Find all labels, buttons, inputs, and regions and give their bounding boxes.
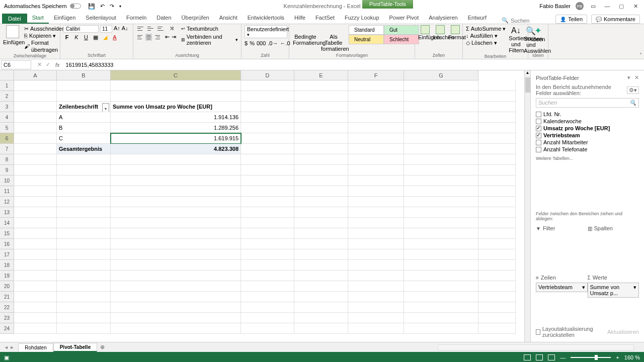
- tell-me-search[interactable]: 🔍 Suchen: [502, 17, 529, 24]
- zoom-out-icon[interactable]: —: [560, 354, 566, 360]
- cell-A12[interactable]: [14, 197, 57, 207]
- align-center[interactable]: [145, 34, 152, 41]
- row-header-21[interactable]: 21: [0, 292, 14, 302]
- align-right[interactable]: [154, 34, 161, 41]
- cell-C10[interactable]: [111, 175, 241, 186]
- cell-B11[interactable]: [57, 186, 111, 197]
- cell-B24[interactable]: [57, 323, 111, 334]
- cell-G19[interactable]: [404, 270, 478, 281]
- cell-D14[interactable]: [241, 218, 294, 228]
- cell-D6[interactable]: [241, 133, 294, 144]
- increase-font-icon[interactable]: A↑: [114, 25, 120, 33]
- align-top[interactable]: [136, 25, 144, 32]
- cell-B5[interactable]: B: [57, 123, 111, 133]
- file-tab[interactable]: Datei: [2, 14, 27, 24]
- cell-D1[interactable]: [241, 80, 294, 91]
- cell-C21[interactable]: [111, 292, 241, 302]
- cell-E14[interactable]: [294, 218, 348, 228]
- cell-C22[interactable]: [111, 302, 241, 313]
- cell-D7[interactable]: [241, 144, 294, 154]
- cell-A21[interactable]: [14, 292, 57, 302]
- cell-G17[interactable]: [404, 249, 478, 260]
- cell-undefined21[interactable]: [478, 292, 516, 302]
- clear-button[interactable]: ◇ Löschen ▾: [466, 39, 506, 46]
- cell-F7[interactable]: [348, 144, 404, 154]
- zoom-in-icon[interactable]: +: [616, 354, 619, 360]
- cell-undefined19[interactable]: [478, 270, 516, 281]
- cell-G5[interactable]: [404, 123, 478, 133]
- cell-C8[interactable]: [111, 154, 241, 165]
- cell-A9[interactable]: [14, 165, 57, 175]
- align-bottom[interactable]: [156, 25, 165, 32]
- cell-A22[interactable]: [14, 302, 57, 313]
- row-header-24[interactable]: 24: [0, 323, 14, 334]
- more-tables-link[interactable]: Weitere Tabellen...: [536, 156, 639, 161]
- cell-G8[interactable]: [404, 154, 478, 165]
- cell-A3[interactable]: [14, 102, 57, 112]
- percent-button[interactable]: %: [250, 40, 255, 46]
- cell-undefined17[interactable]: [478, 249, 516, 260]
- cell-E11[interactable]: [294, 186, 348, 197]
- cell-G9[interactable]: [404, 165, 478, 175]
- undo-icon[interactable]: ↶: [100, 3, 105, 10]
- add-sheet-button[interactable]: ⊕: [97, 344, 108, 350]
- cell-undefined18[interactable]: [478, 260, 516, 270]
- ribbon-tab-überprüfen[interactable]: Überprüfen: [177, 13, 214, 24]
- cell-F23[interactable]: [348, 313, 404, 323]
- row-header-4[interactable]: 4: [0, 112, 14, 123]
- cell-D15[interactable]: [241, 228, 294, 239]
- page-break-view-icon[interactable]: [548, 354, 555, 360]
- cell-D3[interactable]: [241, 102, 294, 112]
- cell-A5[interactable]: [14, 123, 57, 133]
- cell-F13[interactable]: [348, 207, 404, 218]
- values-pill[interactable]: Summe von Umsatz p...▾: [588, 283, 639, 298]
- cell-G6[interactable]: [404, 133, 478, 144]
- ribbon-tab-power pivot[interactable]: Power Pivot: [384, 13, 424, 24]
- cancel-formula-icon[interactable]: ✕: [37, 61, 42, 68]
- sort-filter-button[interactable]: A↓Sortieren und Filtern: [509, 26, 523, 54]
- row-header-2[interactable]: 2: [0, 91, 14, 102]
- cell-undefined13[interactable]: [478, 207, 516, 218]
- cell-C23[interactable]: [111, 313, 241, 323]
- cell-D12[interactable]: [241, 197, 294, 207]
- paste-button[interactable]: Einfügen: [3, 25, 22, 53]
- cell-G1[interactable]: [404, 80, 478, 91]
- cell-D23[interactable]: [241, 313, 294, 323]
- row-header-12[interactable]: 12: [0, 197, 14, 207]
- columns-area[interactable]: ▥ Spalten: [588, 224, 639, 274]
- cell-C11[interactable]: [111, 186, 241, 197]
- ribbon-tab-daten[interactable]: Daten: [151, 13, 176, 24]
- cell-A13[interactable]: [14, 207, 57, 218]
- field-search-input[interactable]: Suchen🔍: [536, 98, 639, 108]
- qat-dropdown-icon[interactable]: ▾: [119, 4, 121, 9]
- row-header-19[interactable]: 19: [0, 270, 14, 281]
- cell-B23[interactable]: [57, 313, 111, 323]
- cell-undefined6[interactable]: [478, 133, 516, 144]
- user-avatar[interactable]: FB: [576, 2, 584, 10]
- cell-B15[interactable]: [57, 228, 111, 239]
- cell-undefined22[interactable]: [478, 302, 516, 313]
- ribbon-tab-hilfe[interactable]: Hilfe: [289, 13, 310, 24]
- cell-E2[interactable]: [294, 91, 348, 102]
- underline-button[interactable]: U: [83, 34, 90, 41]
- cell-D10[interactable]: [241, 175, 294, 186]
- cell-B20[interactable]: [57, 281, 111, 292]
- cell-D22[interactable]: [241, 302, 294, 313]
- cell-E6[interactable]: [294, 133, 348, 144]
- cell-C24[interactable]: [111, 323, 241, 334]
- minimize-btn[interactable]: —: [603, 3, 612, 10]
- ribbon-tab-analysieren[interactable]: Analysieren: [424, 13, 462, 24]
- cell-G13[interactable]: [404, 207, 478, 218]
- redo-icon[interactable]: ↷: [110, 3, 114, 10]
- field-kalenderwoche[interactable]: Kalenderwoche: [536, 118, 639, 125]
- worksheet-grid[interactable]: ABCDEFG 123ZeilenbeschriftSumme von Umsa…: [0, 70, 524, 342]
- save-icon[interactable]: 💾: [88, 3, 95, 10]
- cell-undefined7[interactable]: [478, 144, 516, 154]
- cell-G15[interactable]: [404, 228, 478, 239]
- cell-D5[interactable]: [241, 123, 294, 133]
- cell-style-gut[interactable]: Gut: [384, 25, 419, 35]
- row-header-8[interactable]: 8: [0, 154, 14, 165]
- cell-G7[interactable]: [404, 144, 478, 154]
- cell-E21[interactable]: [294, 292, 348, 302]
- formula-input[interactable]: 1619915,45833333: [64, 61, 644, 69]
